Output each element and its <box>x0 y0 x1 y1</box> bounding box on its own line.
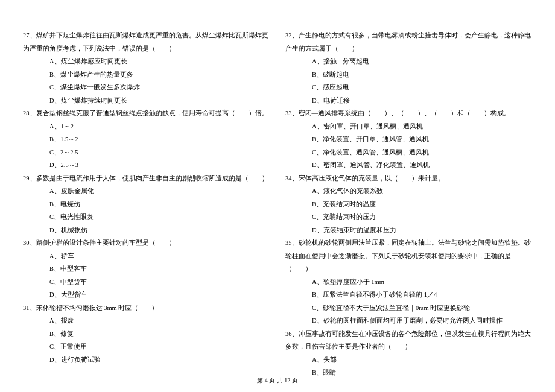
option-a: A、煤尘爆炸感应时间更长 <box>49 55 270 68</box>
option-b: B、充装结束时的温度 <box>312 198 532 211</box>
option-a: A、报废 <box>49 314 270 327</box>
option-d: D、煤尘爆炸持续时间更长 <box>49 94 270 107</box>
option-b: B、1.5～2 <box>49 133 270 146</box>
option-a: A、软垫厚度应小于 1mm <box>312 276 532 289</box>
question-options: A、报废 B、修复 C、正常使用 D、进行负荷试验 <box>23 314 270 366</box>
option-a: A、皮肤金属化 <box>49 185 270 198</box>
option-b: B、净化装置、开口罩、通风管、通风机 <box>312 133 532 146</box>
option-b: B、修复 <box>49 327 270 341</box>
option-a: A、接触—分离起电 <box>312 55 532 68</box>
option-c: C、2～2.5 <box>49 146 270 159</box>
left-column: 27、煤矿井下煤尘爆炸往往由瓦斯爆炸造成更严重的危害。从煤尘爆炸比瓦斯爆炸更为严… <box>23 29 270 379</box>
question-35: 35、砂轮机的砂轮两侧用法兰压紧，固定在转轴上。法兰与砂轮之间需加垫软垫。砂轮柱… <box>285 236 532 327</box>
question-text: 28、复合型钢丝绳克服了普通型钢丝绳点接触的缺点，使用寿命可提高（ ）倍。 <box>23 107 270 120</box>
question-30: 30、路侧护栏的设计条件主要针对的车型是（ ） A、轿车 B、中型客车 C、中型… <box>23 236 270 302</box>
question-text: 27、煤矿井下煤尘爆炸往往由瓦斯爆炸造成更严重的危害。从煤尘爆炸比瓦斯爆炸更为严… <box>23 29 270 55</box>
option-a: A、轿车 <box>49 250 270 263</box>
option-b: B、煤尘爆炸产生的热量更多 <box>49 68 270 81</box>
question-34: 34、宋体高压液化气体的充装量，以（ ）来计量。 A、液化气体的充装系数 B、充… <box>285 172 532 237</box>
question-36: 36、冲压事故有可能发生在冲压设备的各个危险部位，但以发生在模具行程间为绝大多数… <box>285 327 532 379</box>
question-text: 30、路侧护栏的设计条件主要针对的车型是（ ） <box>23 236 270 250</box>
option-b: B、破断起电 <box>312 68 532 81</box>
option-c: C、电光性眼炎 <box>49 210 270 224</box>
right-column: 32、产生静电的方式有很多，当带电雾滴或粉尘撞击导体时，会产生静电，这种静电产生… <box>285 29 532 379</box>
question-32: 32、产生静电的方式有很多，当带电雾滴或粉尘撞击导体时，会产生静电，这种静电产生… <box>285 29 532 107</box>
option-d: D、砂轮的圆柱面和侧面均可用于磨削，必要时允许两人同时操作 <box>312 314 532 327</box>
option-c: C、感应起电 <box>312 81 532 94</box>
option-d: D、机械损伤 <box>49 224 270 237</box>
option-c: C、净化装置、通风管、通风橱、通风机 <box>312 146 532 159</box>
option-b: B、中型客车 <box>49 262 270 276</box>
option-d: D、密闭罩、通风管、净化装置、通风机 <box>312 159 532 172</box>
option-c: C、砂轮直径不大于压紧法兰直径｜0ram 时应更换砂轮 <box>312 302 532 315</box>
option-d: D、充装结束时的温度和压力 <box>312 224 532 237</box>
question-options: A、1～2 B、1.5～2 C、2～2.5 D、2.5～3 <box>23 120 270 172</box>
question-text: 29、多数是由于电流作用于人体，使肌肉产生非自主的剧烈收缩所造成的是（ ） <box>23 172 270 185</box>
question-29: 29、多数是由于电流作用于人体，使肌肉产生非自主的剧烈收缩所造成的是（ ） A、… <box>23 172 270 237</box>
option-c: C、煤尘爆炸一般发生多次爆炸 <box>49 81 270 94</box>
question-options: A、液化气体的充装系数 B、充装结束时的温度 C、充装结束时的压力 D、充装结束… <box>285 185 532 236</box>
question-text: 34、宋体高压液化气体的充装量，以（ ）来计量。 <box>285 172 532 185</box>
question-options: A、密闭罩、开口罩、通风橱、通风机 B、净化装置、开口罩、通风管、通风机 C、净… <box>285 120 532 172</box>
question-33: 33、密闭—通风排毒系统由（ ）、（ ）、（ ）和（ ）构成。 A、密闭罩、开口… <box>285 107 532 172</box>
option-a: A、液化气体的充装系数 <box>312 185 532 198</box>
option-d: D、大型货车 <box>49 288 270 302</box>
question-text: 35、砂轮机的砂轮两侧用法兰压紧，固定在转轴上。法兰与砂轮之间需加垫软垫。砂轮柱… <box>285 236 532 276</box>
option-d: D、2.5～3 <box>49 159 270 172</box>
question-options: A、煤尘爆炸感应时间更长 B、煤尘爆炸产生的热量更多 C、煤尘爆炸一般发生多次爆… <box>23 55 270 107</box>
question-options: A、轿车 B、中型客车 C、中型货车 D、大型货车 <box>23 250 270 302</box>
question-options: A、接触—分离起电 B、破断起电 C、感应起电 D、电荷迁移 <box>285 55 532 107</box>
option-c: C、正常使用 <box>49 340 270 353</box>
option-d: D、进行负荷试验 <box>49 353 270 367</box>
page-footer: 第 4 页 共 12 页 <box>0 376 555 385</box>
question-31: 31、宋体轮槽不均匀磨损达 3mm 时应（ ） A、报废 B、修复 C、正常使用… <box>23 302 270 367</box>
question-text: 36、冲压事故有可能发生在冲压设备的各个危险部位，但以发生在模具行程间为绝大多数… <box>285 327 532 353</box>
page-content: 27、煤矿井下煤尘爆炸往往由瓦斯爆炸造成更严重的危害。从煤尘爆炸比瓦斯爆炸更为严… <box>0 0 555 379</box>
option-a: A、1～2 <box>49 120 270 133</box>
option-b: B、压紧法兰直径不得小于砂轮直径的 1／4 <box>312 288 532 302</box>
question-28: 28、复合型钢丝绳克服了普通型钢丝绳点接触的缺点，使用寿命可提高（ ）倍。 A、… <box>23 107 270 172</box>
option-c: C、中型货车 <box>49 276 270 289</box>
question-text: 31、宋体轮槽不均匀磨损达 3mm 时应（ ） <box>23 302 270 315</box>
question-options: A、软垫厚度应小于 1mm B、压紧法兰直径不得小于砂轮直径的 1／4 C、砂轮… <box>285 276 532 327</box>
option-d: D、电荷迁移 <box>312 94 532 107</box>
option-a: A、密闭罩、开口罩、通风橱、通风机 <box>312 120 532 133</box>
question-text: 32、产生静电的方式有很多，当带电雾滴或粉尘撞击导体时，会产生静电，这种静电产生… <box>285 29 532 55</box>
question-27: 27、煤矿井下煤尘爆炸往往由瓦斯爆炸造成更严重的危害。从煤尘爆炸比瓦斯爆炸更为严… <box>23 29 270 107</box>
option-a: A、头部 <box>312 353 532 367</box>
question-options: A、头部 B、眼睛 <box>285 353 532 379</box>
option-c: C、充装结束时的压力 <box>312 210 532 224</box>
question-text: 33、密闭—通风排毒系统由（ ）、（ ）、（ ）和（ ）构成。 <box>285 107 532 120</box>
question-options: A、皮肤金属化 B、电烧伤 C、电光性眼炎 D、机械损伤 <box>23 185 270 236</box>
option-b: B、电烧伤 <box>49 198 270 211</box>
